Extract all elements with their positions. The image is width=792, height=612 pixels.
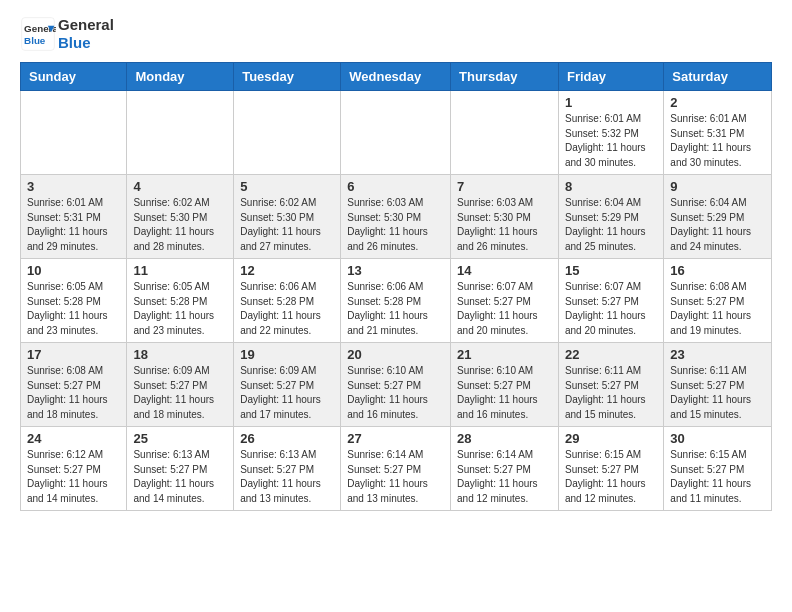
day-number: 3 (27, 179, 120, 194)
weekday-header-thursday: Thursday (451, 63, 559, 91)
day-number: 30 (670, 431, 765, 446)
day-info: Sunrise: 6:09 AM Sunset: 5:27 PM Dayligh… (133, 364, 227, 422)
day-number: 28 (457, 431, 552, 446)
day-number: 14 (457, 263, 552, 278)
day-info: Sunrise: 6:08 AM Sunset: 5:27 PM Dayligh… (27, 364, 120, 422)
day-number: 2 (670, 95, 765, 110)
day-number: 1 (565, 95, 657, 110)
calendar-cell (451, 91, 559, 175)
calendar-week-5: 24Sunrise: 6:12 AM Sunset: 5:27 PM Dayli… (21, 427, 772, 511)
calendar-cell (21, 91, 127, 175)
day-number: 21 (457, 347, 552, 362)
calendar-cell: 12Sunrise: 6:06 AM Sunset: 5:28 PM Dayli… (234, 259, 341, 343)
day-info: Sunrise: 6:05 AM Sunset: 5:28 PM Dayligh… (133, 280, 227, 338)
svg-text:Blue: Blue (24, 35, 46, 46)
day-number: 29 (565, 431, 657, 446)
calendar-cell: 11Sunrise: 6:05 AM Sunset: 5:28 PM Dayli… (127, 259, 234, 343)
calendar-cell: 19Sunrise: 6:09 AM Sunset: 5:27 PM Dayli… (234, 343, 341, 427)
calendar-cell: 23Sunrise: 6:11 AM Sunset: 5:27 PM Dayli… (664, 343, 772, 427)
calendar-cell: 8Sunrise: 6:04 AM Sunset: 5:29 PM Daylig… (558, 175, 663, 259)
calendar-week-1: 1Sunrise: 6:01 AM Sunset: 5:32 PM Daylig… (21, 91, 772, 175)
calendar-week-4: 17Sunrise: 6:08 AM Sunset: 5:27 PM Dayli… (21, 343, 772, 427)
calendar-cell (127, 91, 234, 175)
day-info: Sunrise: 6:09 AM Sunset: 5:27 PM Dayligh… (240, 364, 334, 422)
calendar-cell: 6Sunrise: 6:03 AM Sunset: 5:30 PM Daylig… (341, 175, 451, 259)
day-info: Sunrise: 6:08 AM Sunset: 5:27 PM Dayligh… (670, 280, 765, 338)
day-info: Sunrise: 6:15 AM Sunset: 5:27 PM Dayligh… (670, 448, 765, 506)
calendar-cell: 16Sunrise: 6:08 AM Sunset: 5:27 PM Dayli… (664, 259, 772, 343)
day-info: Sunrise: 6:06 AM Sunset: 5:28 PM Dayligh… (347, 280, 444, 338)
day-info: Sunrise: 6:10 AM Sunset: 5:27 PM Dayligh… (457, 364, 552, 422)
calendar-cell: 13Sunrise: 6:06 AM Sunset: 5:28 PM Dayli… (341, 259, 451, 343)
calendar-table: SundayMondayTuesdayWednesdayThursdayFrid… (20, 62, 772, 511)
day-number: 5 (240, 179, 334, 194)
day-number: 10 (27, 263, 120, 278)
day-info: Sunrise: 6:04 AM Sunset: 5:29 PM Dayligh… (670, 196, 765, 254)
day-info: Sunrise: 6:10 AM Sunset: 5:27 PM Dayligh… (347, 364, 444, 422)
day-number: 12 (240, 263, 334, 278)
day-info: Sunrise: 6:04 AM Sunset: 5:29 PM Dayligh… (565, 196, 657, 254)
calendar-cell: 5Sunrise: 6:02 AM Sunset: 5:30 PM Daylig… (234, 175, 341, 259)
day-info: Sunrise: 6:11 AM Sunset: 5:27 PM Dayligh… (565, 364, 657, 422)
calendar-cell (341, 91, 451, 175)
calendar-cell: 2Sunrise: 6:01 AM Sunset: 5:31 PM Daylig… (664, 91, 772, 175)
calendar-cell: 25Sunrise: 6:13 AM Sunset: 5:27 PM Dayli… (127, 427, 234, 511)
calendar-cell: 28Sunrise: 6:14 AM Sunset: 5:27 PM Dayli… (451, 427, 559, 511)
day-number: 4 (133, 179, 227, 194)
header: General Blue General Blue (20, 16, 772, 52)
calendar-cell: 9Sunrise: 6:04 AM Sunset: 5:29 PM Daylig… (664, 175, 772, 259)
day-info: Sunrise: 6:13 AM Sunset: 5:27 PM Dayligh… (240, 448, 334, 506)
day-number: 27 (347, 431, 444, 446)
calendar-cell: 21Sunrise: 6:10 AM Sunset: 5:27 PM Dayli… (451, 343, 559, 427)
day-number: 15 (565, 263, 657, 278)
calendar-cell: 26Sunrise: 6:13 AM Sunset: 5:27 PM Dayli… (234, 427, 341, 511)
day-number: 23 (670, 347, 765, 362)
day-number: 7 (457, 179, 552, 194)
day-info: Sunrise: 6:03 AM Sunset: 5:30 PM Dayligh… (457, 196, 552, 254)
calendar-cell: 29Sunrise: 6:15 AM Sunset: 5:27 PM Dayli… (558, 427, 663, 511)
weekday-header-tuesday: Tuesday (234, 63, 341, 91)
day-number: 13 (347, 263, 444, 278)
weekday-header-friday: Friday (558, 63, 663, 91)
logo: General Blue General Blue (20, 16, 114, 52)
calendar-cell: 1Sunrise: 6:01 AM Sunset: 5:32 PM Daylig… (558, 91, 663, 175)
calendar-cell: 18Sunrise: 6:09 AM Sunset: 5:27 PM Dayli… (127, 343, 234, 427)
day-number: 8 (565, 179, 657, 194)
calendar-week-3: 10Sunrise: 6:05 AM Sunset: 5:28 PM Dayli… (21, 259, 772, 343)
day-info: Sunrise: 6:11 AM Sunset: 5:27 PM Dayligh… (670, 364, 765, 422)
calendar-cell: 7Sunrise: 6:03 AM Sunset: 5:30 PM Daylig… (451, 175, 559, 259)
day-info: Sunrise: 6:13 AM Sunset: 5:27 PM Dayligh… (133, 448, 227, 506)
day-number: 18 (133, 347, 227, 362)
day-number: 20 (347, 347, 444, 362)
calendar-cell: 24Sunrise: 6:12 AM Sunset: 5:27 PM Dayli… (21, 427, 127, 511)
day-number: 16 (670, 263, 765, 278)
day-info: Sunrise: 6:06 AM Sunset: 5:28 PM Dayligh… (240, 280, 334, 338)
calendar-cell: 15Sunrise: 6:07 AM Sunset: 5:27 PM Dayli… (558, 259, 663, 343)
calendar-cell: 27Sunrise: 6:14 AM Sunset: 5:27 PM Dayli… (341, 427, 451, 511)
day-info: Sunrise: 6:01 AM Sunset: 5:31 PM Dayligh… (670, 112, 765, 170)
day-number: 17 (27, 347, 120, 362)
day-info: Sunrise: 6:12 AM Sunset: 5:27 PM Dayligh… (27, 448, 120, 506)
day-info: Sunrise: 6:05 AM Sunset: 5:28 PM Dayligh… (27, 280, 120, 338)
day-info: Sunrise: 6:14 AM Sunset: 5:27 PM Dayligh… (457, 448, 552, 506)
calendar-cell: 22Sunrise: 6:11 AM Sunset: 5:27 PM Dayli… (558, 343, 663, 427)
day-number: 6 (347, 179, 444, 194)
calendar-header-row: SundayMondayTuesdayWednesdayThursdayFrid… (21, 63, 772, 91)
calendar-cell: 17Sunrise: 6:08 AM Sunset: 5:27 PM Dayli… (21, 343, 127, 427)
day-number: 22 (565, 347, 657, 362)
calendar-cell: 10Sunrise: 6:05 AM Sunset: 5:28 PM Dayli… (21, 259, 127, 343)
day-info: Sunrise: 6:02 AM Sunset: 5:30 PM Dayligh… (240, 196, 334, 254)
calendar-cell (234, 91, 341, 175)
day-number: 9 (670, 179, 765, 194)
day-info: Sunrise: 6:01 AM Sunset: 5:32 PM Dayligh… (565, 112, 657, 170)
day-number: 11 (133, 263, 227, 278)
calendar-cell: 14Sunrise: 6:07 AM Sunset: 5:27 PM Dayli… (451, 259, 559, 343)
calendar-cell: 30Sunrise: 6:15 AM Sunset: 5:27 PM Dayli… (664, 427, 772, 511)
day-info: Sunrise: 6:07 AM Sunset: 5:27 PM Dayligh… (457, 280, 552, 338)
day-info: Sunrise: 6:14 AM Sunset: 5:27 PM Dayligh… (347, 448, 444, 506)
day-number: 24 (27, 431, 120, 446)
day-info: Sunrise: 6:03 AM Sunset: 5:30 PM Dayligh… (347, 196, 444, 254)
logo-icon: General Blue (20, 16, 56, 52)
weekday-header-sunday: Sunday (21, 63, 127, 91)
page: General Blue General Blue SundayMondayTu… (0, 0, 792, 521)
